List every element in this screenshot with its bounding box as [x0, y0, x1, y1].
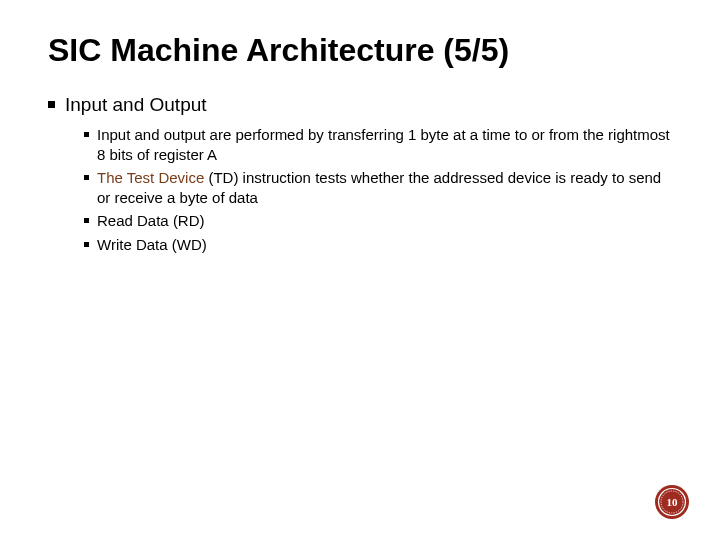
bullet-list: Input and output are performed by transf…: [84, 125, 672, 254]
list-item-text: Read Data (RD): [97, 211, 205, 231]
page-number: 10: [667, 496, 679, 508]
accent-text: The Test Device: [97, 169, 204, 186]
slide: SIC Machine Architecture (5/5) Input and…: [0, 0, 720, 540]
list-item: Write Data (WD): [84, 235, 672, 255]
page-number-badge: 10: [654, 484, 690, 520]
list-item: Input and output are performed by transf…: [84, 125, 672, 164]
section-row: Input and Output: [48, 93, 672, 118]
square-bullet-icon: [48, 101, 55, 108]
list-item-text: Input and output are performed by transf…: [97, 125, 672, 164]
slide-title: SIC Machine Architecture (5/5): [48, 32, 672, 69]
list-item-text: Write Data (WD): [97, 235, 207, 255]
square-bullet-icon: [84, 175, 89, 180]
list-item: The Test Device (TD) instruction tests w…: [84, 168, 672, 207]
square-bullet-icon: [84, 132, 89, 137]
list-item-text: The Test Device (TD) instruction tests w…: [97, 168, 672, 207]
square-bullet-icon: [84, 218, 89, 223]
list-item: Read Data (RD): [84, 211, 672, 231]
square-bullet-icon: [84, 242, 89, 247]
section-heading: Input and Output: [65, 93, 207, 118]
